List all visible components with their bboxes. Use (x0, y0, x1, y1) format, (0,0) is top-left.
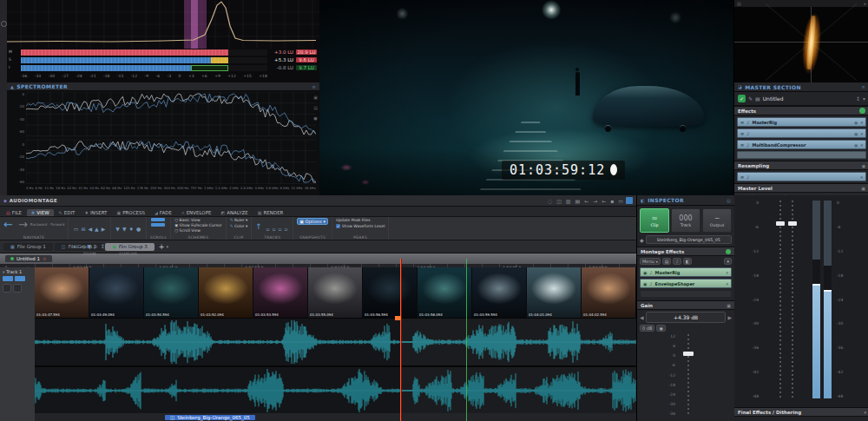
spectrometer-menu-icon[interactable]: ≡ (312, 84, 316, 89)
gain-value[interactable]: +4.39 dB (646, 312, 727, 323)
document-tab[interactable]: Untitled 1 × (5, 255, 52, 262)
ribbon-tab-fade[interactable]: ◢FADE (150, 209, 176, 216)
preset-sync-icon[interactable]: ↕ (856, 95, 860, 102)
gain-reset-button[interactable]: 0 dB (640, 325, 654, 332)
video-thumbnail[interactable]: 01:04:01.094 (527, 267, 581, 318)
slot-options-icon[interactable]: ▾ (860, 120, 863, 125)
slot-menu-icon[interactable]: ≡ (740, 120, 744, 125)
scheme-option[interactable]: ○ Scroll View (174, 228, 221, 233)
raise-track-button[interactable]: ↑ (255, 222, 262, 231)
edit-cursor-line[interactable] (400, 259, 401, 421)
track-solo-button[interactable] (15, 276, 25, 281)
track-mute-button[interactable] (3, 276, 13, 281)
slot-preset-icon[interactable]: ◉ (854, 142, 858, 148)
track-name[interactable]: Track 1 (6, 269, 22, 274)
effects-split-icon[interactable]: ◧ (683, 258, 693, 265)
spectrometer-tool-icon[interactable]: ▣ (313, 95, 318, 100)
ribbon-tab-analyze[interactable]: ◩ANALYZE (216, 209, 252, 216)
effects-more-icon[interactable]: ▾ (724, 258, 732, 265)
options-button[interactable]: ▣ Options ▾ (297, 218, 328, 225)
scope-mode-icon[interactable]: ▤ (737, 1, 741, 6)
ribbon-tab-process[interactable]: ▣PROCESS (112, 209, 149, 216)
master-preset-name[interactable]: Untitled (763, 95, 784, 102)
master-empty-slot[interactable] (737, 151, 866, 159)
slot-options-icon[interactable]: ▾ (726, 281, 728, 286)
slot-preset-icon[interactable]: ◉ (854, 120, 858, 125)
ribbon-tab-insert[interactable]: ♦INSERT (80, 209, 111, 216)
mode-button-clip[interactable]: ≈ Clip (640, 208, 669, 233)
track-collapse-icon[interactable]: ▾ (3, 270, 4, 274)
resampler-slot[interactable]: ≡ ♪ ▾ (737, 172, 866, 181)
update-peaks-item[interactable]: Update Peak Files (336, 218, 385, 222)
slot-power-icon[interactable]: ◉ (643, 270, 647, 275)
search-icon[interactable]: ◌ (548, 198, 552, 204)
montage-float-button[interactable] (626, 197, 633, 204)
track-pan-knob[interactable] (13, 284, 22, 293)
montage-effect-slot[interactable]: ◉ ♪ EnvelopeShaper ▾ (640, 279, 732, 288)
gain-decrement-icon[interactable]: ◀ (640, 314, 644, 320)
slot-preset-icon[interactable]: ◉ (854, 131, 858, 136)
slot-menu-icon[interactable]: ≡ (740, 142, 744, 148)
inspector-fader-track[interactable] (687, 334, 689, 416)
scheme-option[interactable]: ○ Basic View (174, 218, 221, 222)
video-thumbnail[interactable]: 01:03:53.594 (253, 267, 307, 318)
slot-power-icon[interactable]: ◉ (643, 281, 647, 286)
master-fader-left-handle[interactable] (776, 221, 785, 226)
master-effect-slot[interactable]: ≡ ♪ MasterRig ◉ ▾ (737, 117, 866, 127)
clip-name-dropdown[interactable]: Steinberg_Big-Orange_065_05 (646, 235, 732, 244)
preset-more-icon[interactable]: ▾ (863, 95, 865, 102)
edit-cursor-flag[interactable] (395, 316, 401, 320)
montage-effects-toggle[interactable] (726, 249, 731, 254)
effects-copy-icon[interactable]: ▤ (662, 258, 672, 265)
resampling-toggle-icon[interactable]: ◉ (862, 163, 865, 168)
master-level-menu-icon[interactable]: ▣ (861, 186, 865, 191)
clipboard-icon[interactable]: ▥ (566, 198, 571, 204)
gain-increment-icon[interactable]: ▶ (727, 314, 732, 320)
scope-options-icon[interactable]: ▸ (864, 1, 866, 6)
clip-tool[interactable]: ✎ Color ▾ (230, 224, 248, 228)
ribbon-tab-edit[interactable]: ✎EDIT (55, 209, 80, 216)
panel-icon[interactable]: ▭ (618, 198, 623, 204)
undo-icon[interactable]: ← (584, 198, 589, 204)
inspector-menu-icon[interactable]: ▤ (727, 198, 731, 203)
navigate-back-button[interactable]: ← (3, 218, 13, 231)
layout-icon[interactable]: ▤ (575, 198, 580, 204)
gain-menu-icon[interactable]: ▣ (727, 303, 731, 308)
video-thumbnail[interactable]: 01:03:52.094 (199, 267, 253, 318)
close-tab-icon[interactable]: × (43, 256, 47, 261)
slot-options-icon[interactable]: ▾ (860, 131, 863, 136)
video-window[interactable]: 01:03:59:12 (319, 0, 733, 195)
slot-options-icon[interactable]: ▾ (726, 270, 728, 275)
ribbon-tab-file[interactable]: ▤FILE (2, 209, 26, 216)
effects-menu-button[interactable]: Menu▾ (640, 258, 661, 265)
video-thumbnail[interactable]: 01:04:02.594 (582, 267, 635, 318)
gain-link-icon[interactable]: ◉ (656, 325, 665, 332)
pin-icon[interactable]: ▪ (610, 198, 614, 204)
back-arrow-icon[interactable]: ← (602, 198, 606, 204)
redo-icon[interactable]: → (593, 198, 597, 204)
master-effect-slot[interactable]: ≡ ♪ ◉ ▾ (737, 128, 866, 138)
master-power-button[interactable]: ✓ (738, 95, 746, 102)
file-group-tab[interactable]: ▦File Group 1 (3, 243, 53, 251)
track-gain-knob[interactable] (3, 284, 11, 293)
navigate-forward-button[interactable]: → (18, 218, 28, 231)
frames-icon[interactable]: ◫ (556, 198, 562, 204)
video-thumbnail[interactable]: 01:03:55.094 (308, 267, 362, 318)
montage-effect-slot[interactable]: ◉ ♪ MasterRig ▾ (640, 267, 732, 277)
slot-options-icon[interactable]: ▾ (860, 142, 863, 148)
preset-folder-icon[interactable]: ▤ (755, 95, 760, 102)
empty-effect-slot[interactable] (640, 290, 732, 298)
ribbon-tab-view[interactable]: ✱VIEW (27, 209, 54, 216)
final-effects-menu-icon[interactable]: ▾ (864, 410, 866, 415)
mode-button-track[interactable]: 000 Track (671, 208, 700, 233)
master-fader-right-handle[interactable] (788, 221, 797, 226)
effects-note-icon[interactable]: ♪ (673, 258, 681, 265)
waveform-level-item[interactable]: ✓ Show Waveform Level (336, 224, 385, 228)
spectrometer-tools[interactable]: ▣ ▤ ● (312, 95, 319, 121)
video-thumbnail-track[interactable]: 01:03:47.594 01:03:49.094 01:03:50.594 0… (35, 267, 636, 318)
mode-button-output[interactable]: ∼ Output (702, 208, 732, 233)
waveform-channel-right[interactable] (35, 366, 636, 415)
selected-clip-label[interactable]: ◫ Steinberg_Big-Orange_065_05 (165, 415, 255, 420)
video-thumbnail[interactable]: 01:03:47.594 (35, 267, 89, 318)
slot-options-icon[interactable]: ▾ (860, 174, 863, 180)
